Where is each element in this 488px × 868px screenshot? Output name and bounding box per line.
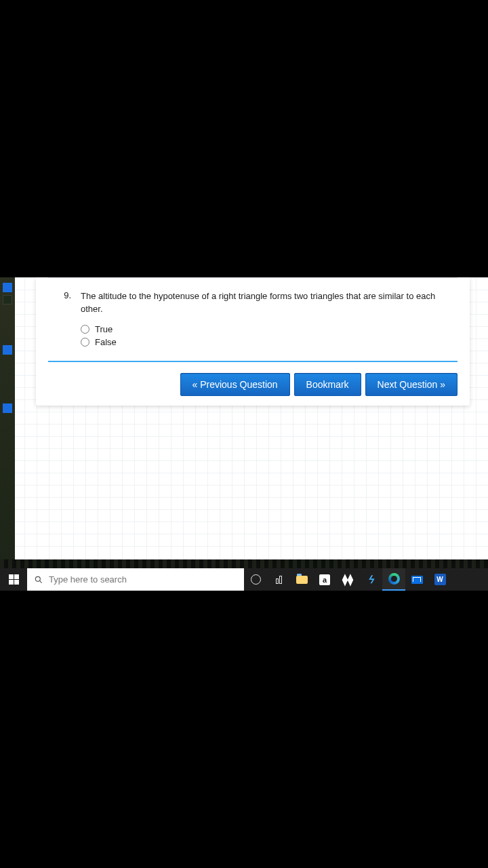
word-icon: W xyxy=(434,574,446,585)
edge-button[interactable] xyxy=(382,568,405,591)
task-view-icon xyxy=(276,576,282,584)
snip-button[interactable]: ϟ xyxy=(359,568,382,591)
dropbox-button[interactable]: ⧫⧫ xyxy=(336,568,359,591)
dropbox-icon: ⧫⧫ xyxy=(342,573,353,586)
answer-options: True False xyxy=(81,323,447,349)
amazon-button[interactable]: a xyxy=(313,568,336,591)
lightning-icon: ϟ xyxy=(367,574,374,586)
option-false-radio[interactable] xyxy=(81,338,89,347)
next-question-button[interactable]: Next Question » xyxy=(365,373,458,396)
option-true[interactable]: True xyxy=(81,323,447,336)
circle-icon xyxy=(251,574,261,585)
search-icon xyxy=(34,575,43,585)
mail-button[interactable] xyxy=(405,568,428,591)
folder-icon xyxy=(296,576,308,584)
desktop-icon[interactable] xyxy=(3,403,12,413)
desktop-icon[interactable] xyxy=(3,345,12,355)
taskbar: a ⧫⧫ ϟ W xyxy=(0,568,488,591)
option-label: True xyxy=(95,324,113,334)
bookmark-button[interactable]: Bookmark xyxy=(294,373,361,396)
file-explorer-button[interactable] xyxy=(290,568,313,591)
word-button[interactable]: W xyxy=(428,568,451,591)
desktop-icon[interactable] xyxy=(3,295,12,304)
desktop-area: 9. The altitude to the hypotenuse of a r… xyxy=(0,277,488,591)
option-false[interactable]: False xyxy=(81,336,447,349)
question-number: 9. xyxy=(59,290,71,349)
question-nav-row: « Previous Question Bookmark Next Questi… xyxy=(36,362,470,397)
taskbar-search[interactable] xyxy=(27,568,244,591)
question-block: 9. The altitude to the hypotenuse of a r… xyxy=(48,277,458,362)
taskbar-icons: a ⧫⧫ ϟ W xyxy=(244,568,451,591)
question-text: The altitude to the hypotenuse of a righ… xyxy=(81,290,447,316)
amazon-icon: a xyxy=(319,574,330,585)
search-input[interactable] xyxy=(49,574,237,585)
windows-icon xyxy=(9,574,19,585)
desktop-icon[interactable] xyxy=(3,283,12,292)
desktop-left-strip xyxy=(0,277,15,591)
cortana-button[interactable] xyxy=(244,568,267,591)
svg-line-1 xyxy=(39,580,41,583)
task-view-button[interactable] xyxy=(267,568,290,591)
edge-icon xyxy=(388,573,400,585)
option-true-radio[interactable] xyxy=(81,325,89,334)
svg-point-0 xyxy=(35,576,40,581)
mail-icon xyxy=(411,576,423,584)
start-button[interactable] xyxy=(0,568,27,591)
previous-question-button[interactable]: « Previous Question xyxy=(180,373,290,396)
quiz-card: 9. The altitude to the hypotenuse of a r… xyxy=(36,277,470,406)
wallpaper-strip xyxy=(0,559,488,568)
option-label: False xyxy=(95,337,117,347)
